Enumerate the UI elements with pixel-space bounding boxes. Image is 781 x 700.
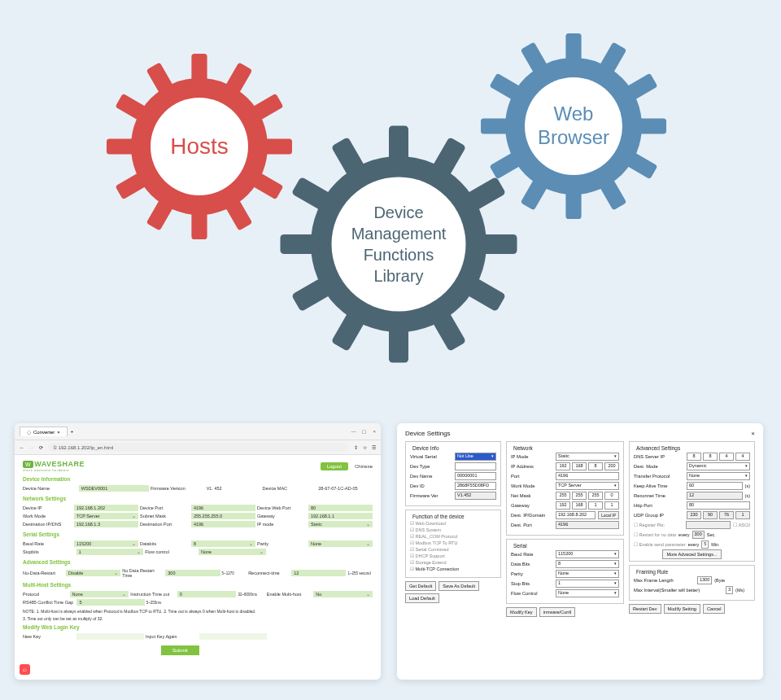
restart-dev-button[interactable]: Restart Dev	[629, 604, 661, 614]
get-default-button[interactable]: Get Default	[405, 581, 436, 591]
minimize-icon[interactable]: —	[351, 429, 356, 435]
local-ip-button[interactable]: Local IP	[598, 511, 619, 519]
maximize-icon[interactable]: ☐	[362, 429, 366, 435]
submit-button[interactable]: Submit	[161, 645, 199, 655]
modify-key-button[interactable]: Modify Key	[506, 607, 537, 617]
subnet-input[interactable]: 255.255.255.0	[191, 513, 255, 519]
baud-select[interactable]: 115200	[74, 540, 138, 547]
parity-select[interactable]: None	[308, 540, 373, 547]
netmask-input[interactable]: 2552552550	[556, 492, 619, 500]
svg-rect-32	[637, 118, 666, 133]
new-tab-icon[interactable]: +	[71, 429, 74, 434]
section-multihost: Multi-Host Settings	[23, 582, 373, 588]
ip-address-input[interactable]: 1921688200	[556, 462, 619, 470]
parity-select[interactable]: None	[556, 570, 619, 578]
databits-select[interactable]: 8	[556, 560, 619, 568]
back-icon[interactable]: ←	[20, 445, 24, 450]
close-tab-icon[interactable]: ×	[57, 430, 60, 435]
udp-group-input[interactable]: 23090761	[687, 511, 750, 519]
url-input[interactable]: ① 192.168.1.202/ip_en.html	[48, 443, 349, 452]
dev-type-input[interactable]	[455, 462, 496, 470]
reconnect-input[interactable]: 12	[291, 570, 346, 576]
language-link[interactable]: Chinese	[355, 464, 373, 469]
max-frame-input[interactable]: 1300	[697, 576, 712, 584]
dest-mode-select[interactable]: Dynamic	[687, 462, 750, 470]
func-check[interactable]: REAL_COM Protocol	[410, 534, 496, 539]
ascii-check[interactable]: ASCII	[733, 523, 750, 527]
func-check[interactable]: Serial Commnad	[410, 547, 496, 552]
label: Device Name	[23, 486, 77, 491]
protocol-select[interactable]: None	[70, 591, 129, 597]
gateway-input[interactable]: 192.168.1.1	[308, 513, 373, 519]
profile-icon[interactable]: ☰	[372, 444, 376, 450]
transfer-proto-select[interactable]: None	[687, 472, 750, 480]
keepalive-input[interactable]: 60	[687, 482, 743, 490]
svg-rect-29	[565, 33, 581, 63]
work-mode-select[interactable]: TCP Server	[74, 513, 138, 519]
nodata-select[interactable]: Disable	[66, 570, 120, 576]
virtual-serial-select[interactable]: Not Use	[455, 453, 496, 461]
more-advanced-button[interactable]: More Advaced Settings...	[662, 549, 721, 559]
http-port-input[interactable]: 80	[687, 501, 750, 510]
port-input[interactable]: 4196	[556, 472, 619, 480]
modify-setting-button[interactable]: Modify Setting	[664, 604, 700, 614]
enable-send-check[interactable]: Enable send parameter	[634, 542, 686, 547]
browser-toolbar: ← → ⟳ ① 192.168.1.202/ip_en.html ⇪ ☆ ☰	[15, 440, 381, 455]
share-icon[interactable]: ⇪	[354, 444, 358, 450]
send-interval-input[interactable]: 5	[701, 540, 709, 549]
func-check[interactable]: DNS System	[410, 527, 496, 532]
dest-ip-input[interactable]: 192.168.1.3	[74, 521, 138, 527]
device-ip-input[interactable]: 192.168.1.202	[74, 505, 138, 511]
restart-nodata-check[interactable]: Restart for no data	[634, 532, 676, 537]
func-check[interactable]: Multi-TCP Connection	[410, 567, 496, 571]
logout-button[interactable]: Logout	[321, 462, 348, 470]
nodata-time-input[interactable]: 300	[165, 570, 220, 576]
dev-id-input[interactable]: 2868F55D08FD	[455, 482, 496, 490]
forward-icon[interactable]: →	[29, 445, 34, 450]
func-check[interactable]: Web Download	[410, 521, 496, 526]
star-icon[interactable]: ☆	[363, 444, 367, 450]
func-check[interactable]: Modbus TCP To RTU	[410, 540, 496, 545]
close-icon[interactable]: ×	[373, 429, 376, 435]
timeout-input[interactable]: 0	[177, 591, 237, 597]
flow-select[interactable]: None	[199, 549, 266, 555]
stopbits-select[interactable]: 1	[76, 549, 144, 555]
key-again-input[interactable]	[199, 633, 267, 640]
cancel-button[interactable]: Cancel	[703, 604, 725, 614]
label: Port	[511, 474, 553, 479]
new-key-input[interactable]	[76, 633, 144, 640]
work-mode-select[interactable]: TCP Server	[556, 482, 619, 490]
browser-tab[interactable]: ◌ Converter ×	[20, 427, 68, 436]
flow-select[interactable]: None	[556, 589, 619, 597]
max-interval-input[interactable]: 3	[726, 586, 733, 594]
dest-port-input[interactable]: 4196	[191, 521, 255, 527]
load-default-button[interactable]: Load Default	[405, 593, 439, 603]
stopbits-select[interactable]: 1	[556, 580, 619, 588]
dev-name-input[interactable]: 00000001	[455, 472, 496, 480]
conflict-input[interactable]: 5	[76, 599, 144, 606]
svg-rect-17	[281, 234, 320, 254]
web-port-input[interactable]: 80	[308, 505, 373, 511]
func-check[interactable]: DHCP Support	[410, 553, 496, 558]
svg-rect-16	[389, 324, 408, 363]
ipmode-select[interactable]: Static	[556, 453, 619, 461]
dns-input[interactable]: 8844	[687, 453, 750, 461]
register-pkt-check[interactable]: Register Pkt:	[634, 523, 683, 527]
device-port-input[interactable]: 4196	[191, 505, 255, 511]
label: Dev Type	[410, 464, 452, 469]
firmware-button[interactable]: irmware/Confi	[539, 607, 576, 617]
gateway-input[interactable]: 19216811	[556, 501, 619, 510]
func-check[interactable]: Storage Extend	[410, 560, 496, 565]
dest-ip-input[interactable]: 192.168.8.202	[556, 511, 596, 519]
label: Parity	[257, 541, 307, 546]
ip-mode-select[interactable]: Static	[308, 521, 373, 527]
enable-multihost-select[interactable]: No	[313, 591, 373, 597]
group-legend: Framing Rule	[634, 569, 670, 575]
save-default-button[interactable]: Save As Default	[438, 581, 479, 591]
close-icon[interactable]: ×	[751, 430, 755, 437]
baud-select[interactable]: 115200	[556, 550, 619, 558]
databits-select[interactable]: 8	[191, 540, 255, 547]
device-name-value[interactable]: WSDEV0001	[79, 485, 149, 492]
magnify-icon[interactable]: ⌕	[20, 664, 30, 675]
reload-icon[interactable]: ⟳	[39, 444, 43, 450]
